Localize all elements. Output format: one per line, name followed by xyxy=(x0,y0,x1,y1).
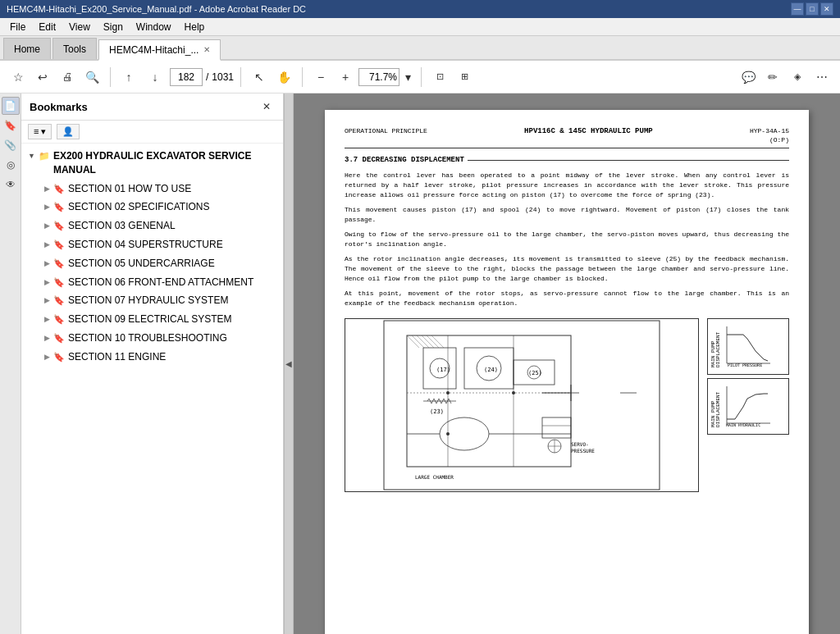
panel-pages-button[interactable]: 📄 xyxy=(2,97,20,115)
tab-label: Home xyxy=(14,43,40,55)
svg-text:(17): (17) xyxy=(436,367,450,373)
menu-item-file[interactable]: File xyxy=(3,20,32,34)
menu-bar: FileEditViewSignWindowHelp xyxy=(0,18,840,36)
list-item[interactable]: ▶ 🔖 SECTION 02 SPECIFICATIONS xyxy=(21,198,283,217)
panel-accessibility-button[interactable]: 👁 xyxy=(2,176,20,194)
window-controls: — □ ✕ xyxy=(791,2,833,16)
pdf-side-charts: MAIN PUMP DISPLACEMENT PILOT PRESSURE MA xyxy=(707,318,789,435)
svg-text:LARGE CHAMBER: LARGE CHAMBER xyxy=(415,474,454,480)
list-item[interactable]: ▶ 🔖 SECTION 07 HYDRAULIC SYSTEM xyxy=(21,291,283,310)
bookmark-flag-icon: 🔖 xyxy=(53,258,65,270)
pdf-viewer[interactable]: OPERATIONAL PRINCIPLE HPV116C & 145C HYD… xyxy=(294,94,840,634)
menu-item-edit[interactable]: Edit xyxy=(32,20,62,34)
panel-attachments-button[interactable]: 📎 xyxy=(2,136,20,154)
expand-arrow-icon: ▼ xyxy=(28,151,35,162)
bookmark-flag-icon: 🔖 xyxy=(53,183,65,195)
prev-page-button[interactable]: ↑ xyxy=(117,66,140,89)
back-button[interactable]: ↩ xyxy=(31,66,54,89)
pdf-body-paragraph-1: Here the control lever has been operated… xyxy=(345,171,789,200)
bookmark-label: SECTION 04 SUPERSTRUCTURE xyxy=(68,238,223,252)
bookmarks-menu-button[interactable]: ≡ ▾ xyxy=(28,124,52,139)
bookmarks-title: Bookmarks xyxy=(30,101,88,113)
maximize-button[interactable]: □ xyxy=(806,2,819,16)
list-item[interactable]: ▶ 🔖 SECTION 10 TROUBLESHOOTING xyxy=(21,329,283,348)
bookmark-flag-icon: 🔖 xyxy=(53,351,65,363)
bookmarks-header: Bookmarks ✕ xyxy=(21,94,283,121)
toolbar-separator-3 xyxy=(302,67,303,87)
list-item[interactable]: ▶ 🔖 SECTION 09 ELECTRICAL SYSTEM xyxy=(21,310,283,329)
list-item[interactable]: ▶ 🔖 SECTION 11 ENGINE xyxy=(21,348,283,367)
pdf-main-diagram: (17) (24) (23) (25) xyxy=(345,318,699,492)
bookmarks-toolbar: ≡ ▾ 👤 xyxy=(21,121,283,144)
window-title: HEMC4M-Hitachi_Ex200_Service_Manual.pdf … xyxy=(7,4,791,14)
list-item[interactable]: ▶ 🔖 SECTION 01 HOW TO USE xyxy=(21,180,283,198)
tab-home[interactable]: Home xyxy=(3,38,51,59)
expand-arrow-icon: ▶ xyxy=(44,333,50,344)
sidebar-collapse-handle[interactable]: ◀ xyxy=(284,94,294,634)
bookmark-label: SECTION 06 FRONT-END ATTACHMENT xyxy=(68,276,253,290)
pdf-header-right: HYP-34A-15 (O:P) xyxy=(750,126,789,144)
zoom-in-button[interactable]: + xyxy=(334,66,357,89)
next-page-button[interactable]: ↓ xyxy=(144,66,167,89)
toolbar-separator-2 xyxy=(240,67,241,87)
bookmarks-list: ▼ 📁 EX200 HYDRAULIC EXCAVATOR SERVICE MA… xyxy=(21,144,283,634)
close-button[interactable]: ✕ xyxy=(820,2,833,16)
bookmark-flag-icon: 🔖 xyxy=(53,294,65,307)
svg-text:SERVO-: SERVO- xyxy=(571,441,589,447)
pen-button[interactable]: ✏ xyxy=(761,66,784,89)
highlight-button[interactable]: ◈ xyxy=(786,66,809,89)
fit-width-button[interactable]: ⊞ xyxy=(453,66,476,89)
bookmark-label: SECTION 11 ENGINE xyxy=(68,350,166,364)
minimize-button[interactable]: — xyxy=(791,2,804,16)
chart-1-svg: PILOT PRESSURE xyxy=(723,322,772,367)
print-button[interactable]: 🖨 xyxy=(56,66,79,89)
panel-bookmark-button[interactable]: 🔖 xyxy=(2,116,20,135)
menu-item-view[interactable]: View xyxy=(62,20,97,34)
bookmark-flag-icon: 🔖 xyxy=(53,313,65,326)
bookmark-label: SECTION 10 TROUBLESHOOTING xyxy=(68,331,227,345)
svg-point-29 xyxy=(512,391,515,395)
tab-tools[interactable]: Tools xyxy=(52,38,97,59)
expand-arrow-icon: ▶ xyxy=(44,239,50,250)
list-item[interactable]: ▼ 📁 EX200 HYDRAULIC EXCAVATOR SERVICE MA… xyxy=(21,147,283,180)
page-separator: / xyxy=(206,71,208,83)
collapse-arrow-icon: ◀ xyxy=(285,359,292,368)
zoom-out-button[interactable]: − xyxy=(309,66,332,89)
menu-item-window[interactable]: Window xyxy=(130,20,178,34)
pdf-header-center: HPV116C & 145C HYDRAULIC PUMP xyxy=(524,126,653,137)
more-tools-button[interactable]: ⋯ xyxy=(810,66,833,89)
comment-button[interactable]: 💬 xyxy=(737,66,760,89)
list-item[interactable]: ▶ 🔖 SECTION 03 GENENAL xyxy=(21,217,283,235)
tab-hemc4m-hitachi----[interactable]: HEMC4M-Hitachi_...✕ xyxy=(98,39,221,61)
selection-tools-group: ↖ ✋ xyxy=(248,66,295,89)
list-item[interactable]: ▶ 🔖 SECTION 05 UNDERCARRIAGE xyxy=(21,254,283,273)
close-bookmarks-button[interactable]: ✕ xyxy=(258,98,275,115)
bookmarks-user-button[interactable]: 👤 xyxy=(57,124,80,139)
tab-close-button[interactable]: ✕ xyxy=(203,45,210,54)
search-button[interactable]: 🔍 xyxy=(80,66,103,89)
page-number-input[interactable] xyxy=(170,68,203,86)
list-item[interactable]: ▶ 🔖 SECTION 06 FRONT-END ATTACHMENT xyxy=(21,273,283,292)
zoom-group: − + ▾ xyxy=(309,66,414,89)
svg-text:(24): (24) xyxy=(484,367,498,373)
pdf-page-header: OPERATIONAL PRINCIPLE HPV116C & 145C HYD… xyxy=(345,126,789,148)
zoom-input[interactable] xyxy=(358,68,399,86)
home-tools-group: ☆ ↩ 🖨 🔍 xyxy=(7,66,103,89)
panel-layers-button[interactable]: ◎ xyxy=(2,156,20,174)
section-title-text: 3.7 DECREASING DISPLACEMENT xyxy=(345,155,464,166)
menu-item-help[interactable]: Help xyxy=(178,20,212,34)
svg-text:PILOT PRESSURE: PILOT PRESSURE xyxy=(728,363,762,367)
expand-arrow-icon: ▶ xyxy=(44,202,50,212)
chart-2-svg: MAIN HYDRAULIC PRESSURE xyxy=(723,382,772,427)
fit-page-button[interactable]: ⊡ xyxy=(428,66,451,89)
expand-arrow-icon: ▶ xyxy=(44,184,50,194)
bookmark-label: SECTION 01 HOW TO USE xyxy=(68,182,191,196)
list-item[interactable]: ▶ 🔖 SECTION 04 SUPERSTRUCTURE xyxy=(21,235,283,254)
zoom-dropdown-button[interactable]: ▾ xyxy=(401,66,414,89)
star-button[interactable]: ☆ xyxy=(7,66,30,89)
main-area: 📄 🔖 📎 ◎ 👁 Bookmarks ✕ ≡ ▾ 👤 ▼ 📁 EX200 HY… xyxy=(0,94,840,634)
expand-arrow-icon: ▶ xyxy=(44,221,50,231)
hand-button[interactable]: ✋ xyxy=(272,66,295,89)
menu-item-sign[interactable]: Sign xyxy=(97,20,130,34)
cursor-button[interactable]: ↖ xyxy=(248,66,271,89)
